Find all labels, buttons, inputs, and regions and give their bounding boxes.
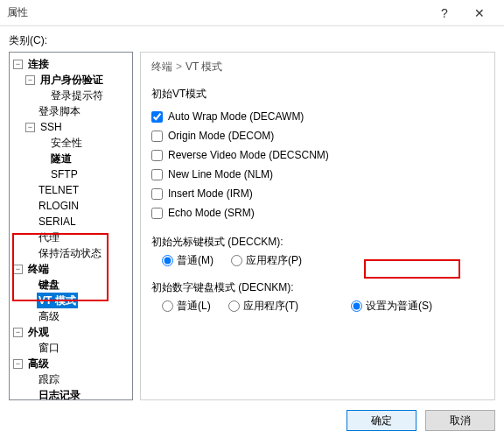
section-title-vtmode: 初始VT模式 [141, 83, 494, 107]
expand-icon[interactable]: − [13, 265, 23, 274]
tree-item-security[interactable]: 安全性 [49, 135, 84, 151]
checkbox-row[interactable]: New Line Mode (NLM) [151, 165, 484, 184]
checkbox-input[interactable] [151, 208, 163, 219]
checkbox-label: Auto Wrap Mode (DECAWM) [168, 107, 304, 126]
radio-decckm-app[interactable]: 应用程序(P) [231, 253, 302, 268]
radio-label: 设置为普通(S) [366, 299, 432, 314]
checkbox-input[interactable] [151, 131, 163, 142]
tree-item-window[interactable]: 窗口 [37, 340, 61, 356]
tree-item-serial[interactable]: SERIAL [37, 214, 78, 230]
help-button[interactable]: ? [427, 0, 462, 26]
checkbox-input[interactable] [151, 150, 163, 161]
checkbox-row[interactable]: Echo Mode (SRM) [151, 203, 484, 223]
checkbox-row[interactable]: Reverse Video Mode (DECSCNM) [151, 145, 484, 165]
radio-decnkm-normal[interactable]: 普通(L) [162, 299, 211, 314]
tree-item-auth[interactable]: 用户身份验证 [38, 72, 105, 88]
tree-item-login-script[interactable]: 登录脚本 [37, 103, 82, 119]
checkbox-row[interactable]: Auto Wrap Mode (DECAWM) [151, 107, 484, 126]
dialog-content: 类别(C): −连接 −用户身份验证 登录提示符 登录脚本 −SS [0, 26, 504, 407]
group-title-decckm: 初始光标键模式 (DECCKM): [141, 230, 494, 251]
radio-input[interactable] [231, 255, 242, 266]
breadcrumb-leaf: VT 模式 [186, 60, 222, 73]
radio-decnkm-app[interactable]: 应用程序(T) [228, 299, 298, 314]
expand-icon[interactable]: − [25, 123, 35, 132]
checkbox-input[interactable] [151, 188, 163, 200]
tree-item-rlogin[interactable]: RLOGIN [37, 198, 80, 214]
radio-label: 应用程序(T) [243, 299, 298, 314]
expand-icon[interactable]: − [13, 359, 23, 369]
category-tree: −连接 −用户身份验证 登录提示符 登录脚本 −SSH 安全性 [11, 56, 130, 400]
tree-item-connect[interactable]: 连接 [26, 56, 51, 72]
window-title: 属性 [7, 5, 427, 20]
expand-icon[interactable]: − [13, 328, 23, 337]
checkbox-label: Insert Mode (IRM) [168, 184, 253, 203]
group-title-decnkm: 初始数字键盘模式 (DECNKM): [141, 275, 494, 297]
checkbox-label: New Line Mode (NLM) [168, 165, 273, 184]
tree-item-proxy[interactable]: 代理 [37, 230, 61, 245]
ok-button[interactable]: 确定 [346, 410, 416, 431]
radio-label: 普通(M) [177, 253, 214, 268]
category-tree-panel[interactable]: −连接 −用户身份验证 登录提示符 登录脚本 −SSH 安全性 [9, 52, 133, 400]
tree-item-advanced[interactable]: 高级 [37, 308, 61, 324]
radio-input[interactable] [228, 300, 240, 312]
radio-input[interactable] [162, 300, 173, 312]
settings-panel: 终端>VT 模式 初始VT模式 Auto Wrap Mode (DECAWM)O… [140, 52, 495, 400]
vtmode-checkboxes: Auto Wrap Mode (DECAWM)Origin Mode (DECO… [141, 107, 494, 230]
tree-item-keyboard[interactable]: 键盘 [37, 277, 61, 293]
radio-input[interactable] [162, 255, 173, 266]
tree-item-trace[interactable]: 跟踪 [37, 371, 61, 387]
expand-icon[interactable]: − [25, 75, 35, 85]
tree-item-ssh[interactable]: SSH [38, 119, 64, 135]
category-label: 类别(C): [9, 33, 495, 48]
tree-item-logging[interactable]: 日志记录 [37, 387, 82, 400]
checkbox-label: Reverse Video Mode (DECSCNM) [168, 145, 329, 165]
tree-item-advanced2[interactable]: 高级 [26, 356, 51, 371]
tree-item-vtmode[interactable]: VT 模式 [37, 293, 78, 308]
radio-label: 普通(L) [177, 299, 211, 314]
tree-item-login-prompt[interactable]: 登录提示符 [49, 88, 105, 103]
tree-item-keepalive[interactable]: 保持活动状态 [37, 245, 103, 261]
checkbox-label: Echo Mode (SRM) [168, 203, 255, 223]
radio-decnkm-setnormal[interactable]: 设置为普通(S) [351, 299, 432, 314]
checkbox-row[interactable]: Origin Mode (DECOM) [151, 126, 484, 145]
close-button[interactable]: ✕ [462, 0, 497, 26]
tree-item-sftp[interactable]: SFTP [49, 166, 80, 182]
dialog-buttons: 确定 取消 [346, 410, 495, 431]
tree-item-tunnel[interactable]: 隧道 [49, 151, 74, 166]
radio-input[interactable] [351, 300, 362, 312]
tree-item-terminal[interactable]: 终端 [26, 261, 51, 277]
decckm-radios: 普通(M) 应用程序(P) [141, 251, 494, 275]
breadcrumb-sep: > [176, 60, 182, 73]
expand-icon[interactable]: − [13, 60, 23, 69]
radio-label: 应用程序(P) [246, 253, 302, 268]
titlebar: 属性 ? ✕ [0, 0, 504, 26]
checkbox-input[interactable] [151, 169, 163, 180]
radio-decckm-normal[interactable]: 普通(M) [162, 253, 214, 268]
checkbox-label: Origin Mode (DECOM) [168, 126, 274, 145]
checkbox-row[interactable]: Insert Mode (IRM) [151, 184, 484, 203]
tree-item-telnet[interactable]: TELNET [37, 182, 80, 198]
tree-item-appearance[interactable]: 外观 [26, 324, 51, 340]
checkbox-input[interactable] [151, 111, 163, 123]
cancel-button[interactable]: 取消 [425, 410, 495, 431]
breadcrumb: 终端>VT 模式 [141, 53, 494, 83]
breadcrumb-root: 终端 [151, 60, 172, 73]
decnkm-radios: 普通(L) 应用程序(T) 设置为普通(S) [141, 297, 494, 321]
